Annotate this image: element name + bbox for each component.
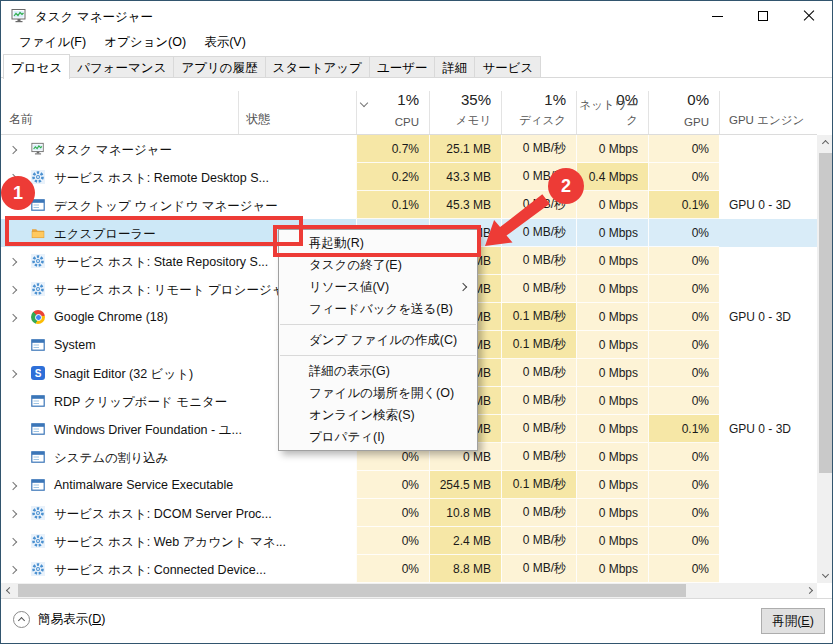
close-button[interactable] — [786, 1, 832, 31]
context-menu-item[interactable]: リソース値(V) — [279, 276, 477, 298]
process-name: サービス ホスト: State Repository S... — [54, 254, 268, 271]
process-name: サービス ホスト: Remote Desktop S... — [54, 170, 269, 187]
process-name-cell[interactable]: デスクトップ ウィンドウ マネージャー — [1, 191, 356, 219]
tab-ユーザー[interactable]: ユーザー — [370, 56, 436, 78]
process-name: サービス ホスト: Web アカウント マネ... — [54, 534, 286, 551]
table-row[interactable]: サービス ホスト: DCOM Server Proc...0%10.8 MB0 … — [1, 499, 817, 527]
scroll-right-icon[interactable] — [801, 583, 817, 598]
expand-chevron-icon[interactable] — [10, 534, 16, 548]
simple-view-toggle[interactable]: 簡易表示(D) — [13, 611, 105, 628]
menubar-item[interactable]: 表示(V) — [195, 32, 255, 53]
tab-パフォーマンス[interactable]: パフォーマンス — [70, 56, 174, 78]
process-name: デスクトップ ウィンドウ マネージャー — [54, 198, 278, 215]
menubar-item[interactable]: ファイル(F) — [10, 32, 95, 53]
column-header-GPU[interactable]: GPU — [648, 116, 709, 128]
task-manager-window: タスク マネージャー ファイル(F)オプション(O)表示(V) プロセスパフォー… — [0, 0, 833, 644]
context-menu: 再起動(R)タスクの終了(E)リソース値(V)フィードバックを送る(B)ダンプ … — [278, 229, 478, 451]
process-name-cell[interactable]: サービス ホスト: DCOM Server Proc... — [1, 499, 356, 527]
gpu_engine-cell — [719, 135, 817, 163]
column-header-メモリ[interactable]: メモリ — [429, 113, 491, 128]
gpu-cell: 0% — [648, 499, 719, 527]
snagit-icon: S — [31, 366, 45, 380]
process-name-cell[interactable]: タスク マネージャー — [1, 135, 356, 163]
window-icon — [31, 450, 45, 464]
gpu_engine-cell — [719, 443, 817, 471]
table-row[interactable]: サービス ホスト: Connected Device...0%8.8 MB0 M… — [1, 555, 817, 583]
cpu-cell: 0% — [356, 555, 429, 583]
horizontal-scrollbar-thumb[interactable] — [18, 584, 686, 597]
horizontal-scrollbar[interactable] — [1, 583, 817, 598]
expand-chevron-icon[interactable] — [10, 282, 16, 296]
menubar-item[interactable]: オプション(O) — [95, 32, 195, 53]
gpu_engine-cell — [719, 359, 817, 387]
context-menu-item[interactable]: ダンプ ファイルの作成(C) — [279, 329, 477, 351]
maximize-icon — [758, 11, 768, 21]
column-header-ディスク[interactable]: ディスク — [501, 113, 566, 128]
resume-button[interactable]: 再開(E) — [761, 608, 825, 634]
table-row[interactable]: Antimalware Service Executable0%254.5 MB… — [1, 471, 817, 499]
process-name-cell[interactable]: サービス ホスト: Web アカウント マネ... — [1, 527, 356, 555]
gpu-cell: 0% — [648, 359, 719, 387]
network-cell: 0 Mbps — [576, 331, 648, 359]
process-name: Google Chrome (18) — [54, 310, 168, 324]
tab-サービス[interactable]: サービス — [475, 56, 541, 78]
tab-アプリの履歴[interactable]: アプリの履歴 — [174, 56, 265, 78]
gpu-cell: 0% — [648, 471, 719, 499]
menu-separator — [280, 355, 476, 356]
gpu_engine-cell — [719, 163, 817, 191]
process-name: サービス ホスト: リモート プロシージャ ... — [54, 282, 298, 299]
context-menu-item[interactable]: タスクの終了(E) — [279, 254, 477, 276]
gpu_engine-cell: GPU 0 - 3D — [719, 415, 817, 443]
maximize-button[interactable] — [740, 1, 786, 31]
tab-プロセス[interactable]: プロセス — [3, 54, 70, 79]
cpu-cell: 0% — [356, 471, 429, 499]
process-name-cell[interactable]: サービス ホスト: Connected Device... — [1, 555, 356, 583]
table-row[interactable]: サービス ホスト: Remote Desktop S...0.2%43.3 MB… — [1, 163, 817, 191]
collapse-circle-icon — [13, 611, 30, 628]
column-header-GPU エンジン[interactable]: GPU エンジン — [729, 113, 817, 128]
expand-chevron-icon[interactable] — [10, 142, 16, 156]
gear-icon — [31, 562, 45, 576]
table-row[interactable]: サービス ホスト: Web アカウント マネ...0%2.4 MB0 MB/秒0… — [1, 527, 817, 555]
gpu_engine-cell: GPU 0 - 3D — [719, 191, 817, 219]
process-name-cell[interactable]: Antimalware Service Executable — [1, 471, 356, 499]
tab-スタートアップ[interactable]: スタートアップ — [266, 56, 370, 78]
column-header-CPU[interactable]: CPU — [356, 116, 419, 128]
column-header-status[interactable]: 状態 — [246, 111, 270, 128]
expand-chevron-icon[interactable] — [10, 310, 16, 324]
context-menu-item[interactable]: プロパティ(I) — [279, 426, 477, 448]
column-total-CPU: 1% — [356, 91, 419, 108]
expand-chevron-icon[interactable] — [10, 478, 16, 492]
gpu-cell: 0% — [648, 527, 719, 555]
tab-詳細[interactable]: 詳細 — [435, 56, 475, 78]
gpu-cell: 0% — [648, 387, 719, 415]
scroll-down-icon[interactable] — [817, 566, 833, 583]
context-menu-item[interactable]: 詳細の表示(G) — [279, 360, 477, 382]
process-name-cell[interactable]: サービス ホスト: Remote Desktop S... — [1, 163, 356, 191]
scroll-left-icon[interactable] — [1, 583, 17, 598]
table-row[interactable]: タスク マネージャー0.7%25.1 MB0 MB/秒0 Mbps0% — [1, 135, 817, 163]
vertical-scrollbar[interactable] — [817, 135, 833, 583]
expand-chevron-icon[interactable] — [10, 506, 16, 520]
context-menu-item[interactable]: フィードバックを送る(B) — [279, 298, 477, 320]
process-name: Snagit Editor (32 ビット) — [54, 366, 193, 383]
vertical-scrollbar-thumb[interactable] — [819, 153, 832, 473]
minimize-button[interactable] — [694, 1, 740, 31]
column-header-name[interactable]: 名前 — [9, 111, 33, 128]
network-cell: 0 Mbps — [576, 247, 648, 275]
network-cell: 0 Mbps — [576, 555, 648, 583]
expand-chevron-icon[interactable] — [10, 254, 16, 268]
disk-cell: 0 MB/秒 — [501, 555, 576, 583]
table-row[interactable]: デスクトップ ウィンドウ マネージャー0.1%45.3 MB0 MB/秒0 Mb… — [1, 191, 817, 219]
disk-cell: 0.1 MB/秒 — [501, 471, 576, 499]
context-menu-item[interactable]: オンライン検索(S) — [279, 404, 477, 426]
gpu_engine-cell — [719, 555, 817, 583]
context-menu-item[interactable]: ファイルの場所を開く(O) — [279, 382, 477, 404]
tab-strip: プロセスパフォーマンスアプリの履歴スタートアップユーザー詳細サービス — [1, 53, 832, 78]
expand-chevron-icon[interactable] — [10, 562, 16, 576]
column-header-ネットワーク[interactable]: ネットワーク — [576, 98, 638, 128]
scroll-up-icon[interactable] — [817, 135, 833, 152]
expand-chevron-icon[interactable] — [10, 366, 16, 380]
column-total-GPU: 0% — [648, 91, 709, 108]
disk-cell: 0 MB/秒 — [501, 499, 576, 527]
